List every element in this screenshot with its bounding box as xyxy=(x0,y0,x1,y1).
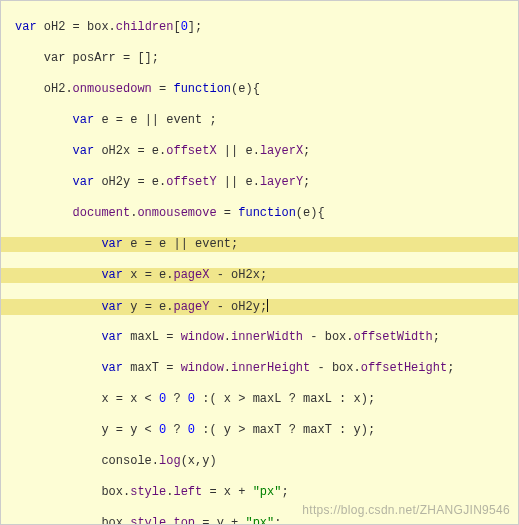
code-line: x = x < 0 ? 0 :( x > maxL ? maxL : x); xyxy=(15,392,518,408)
code-line: var oH2x = e.offsetX || e.layerX; xyxy=(15,144,518,160)
code-editor[interactable]: var oH2 = box.children[0]; var posArr = … xyxy=(1,1,518,525)
code-line: var e = e || event ; xyxy=(15,113,518,129)
code-line: document.onmousemove = function(e){ xyxy=(15,206,518,222)
code-line: console.log(x,y) xyxy=(15,454,518,470)
code-line-highlighted: var e = e || event; xyxy=(1,237,518,253)
code-line-highlighted: var x = e.pageX - oH2x; xyxy=(1,268,518,284)
code-line-highlighted: var y = e.pageY - oH2y; xyxy=(1,299,518,315)
text-cursor xyxy=(267,299,268,312)
code-line: box.style.left = x + "px"; xyxy=(15,485,518,501)
code-line: var oH2 = box.children[0]; xyxy=(15,20,518,36)
code-line: var maxL = window.innerWidth - box.offse… xyxy=(15,330,518,346)
code-line: y = y < 0 ? 0 :( y > maxT ? maxT : y); xyxy=(15,423,518,439)
watermark-text: https://blog.csdn.net/ZHANGJIN9546 xyxy=(302,503,510,519)
code-line: oH2.onmousedown = function(e){ xyxy=(15,82,518,98)
code-line: var maxT = window.innerHeight - box.offs… xyxy=(15,361,518,377)
code-line: var oH2y = e.offsetY || e.layerY; xyxy=(15,175,518,191)
code-line: var posArr = []; xyxy=(15,51,518,67)
